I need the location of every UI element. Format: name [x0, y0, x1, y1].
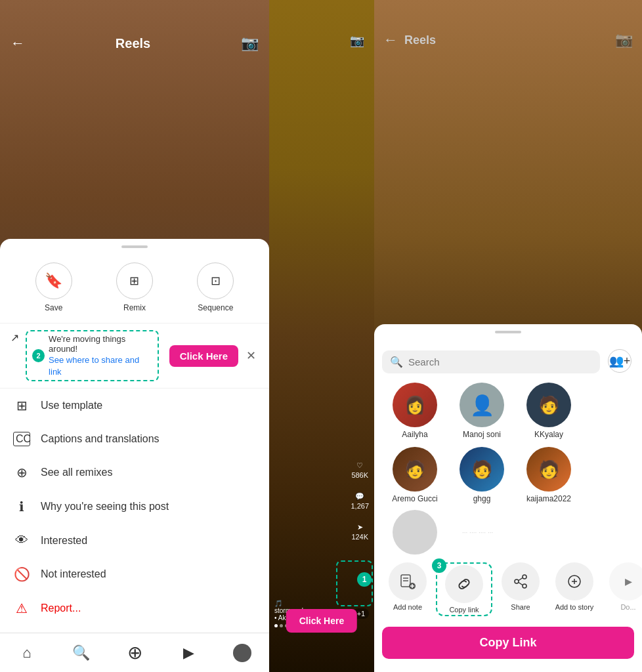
share-action-item[interactable]: Share — [495, 562, 546, 616]
search-bar[interactable]: 🔍 — [382, 350, 600, 373]
contact-aailyha[interactable]: 👩 Aailyha — [382, 383, 448, 439]
reels-title-left: Reels — [116, 36, 150, 51]
icons-row: 🔖 Save ⊞ Remix ⊡ Sequence — [0, 257, 269, 324]
reels-title-right: Reels — [404, 33, 609, 47]
comment-count: 1,267 — [351, 502, 369, 510]
not-interested-icon: 🚫 — [13, 566, 30, 582]
click-here-button-notification[interactable]: Click Here — [169, 345, 238, 367]
share-sheet: 🔍 👥+ 👩 Aailyha 👤 Manoj soni 🧑 KKyalay — [374, 324, 642, 672]
search-nav-button[interactable]: 🔍 — [65, 637, 96, 669]
reels-header-right: ← Reels 📷 — [374, 26, 642, 54]
step-badge-3: 3 — [432, 558, 446, 573]
camera-button-right[interactable]: 📷 — [615, 32, 633, 49]
copy-link-action[interactable]: Copy link — [439, 565, 490, 614]
remix-icon: ⊞ — [116, 262, 153, 299]
remix-label: Remix — [123, 303, 146, 312]
comment-action[interactable]: 💬 1,267 — [351, 491, 369, 510]
add-story-svg — [565, 572, 584, 591]
add-person-button[interactable]: 👥+ — [608, 349, 631, 373]
link-icon-svg — [455, 575, 473, 593]
comment-icon: 💬 — [355, 492, 364, 501]
close-notification-button[interactable]: ✕ — [244, 348, 259, 363]
contact-name-kaijama: kaijama2022 — [526, 494, 571, 503]
avatar-kaijama: 🧑 — [526, 447, 571, 492]
avatar-manoj: 👤 — [460, 383, 504, 427]
heart-icon: ♡ — [356, 461, 363, 470]
search-input[interactable] — [408, 356, 592, 368]
sequence-icon: ⊡ — [197, 262, 234, 299]
contact-kaijama[interactable]: 🧑 kaijama2022 — [516, 447, 582, 503]
home-nav-button[interactable]: ⌂ — [11, 637, 43, 669]
copy-link-dashed-box: 3 Copy link — [436, 562, 492, 616]
use-template-text: Use template — [41, 400, 102, 411]
not-interested-item[interactable]: 🚫 Not interested — [0, 557, 269, 591]
dashed-notification-box: 2 We're moving things around! See where … — [26, 330, 159, 381]
step-badge-1: 1 — [357, 572, 372, 587]
use-template-item[interactable]: ⊞ Use template — [0, 388, 269, 423]
report-item[interactable]: ⚠ Report... — [0, 591, 269, 625]
sequence-item[interactable]: ⊡ Sequence — [197, 262, 234, 312]
sheet-handle — [121, 245, 148, 248]
why-seeing-item[interactable]: ℹ Why you're seeing this post — [0, 490, 269, 524]
captions-item[interactable]: CC Captions and translations — [0, 423, 269, 455]
use-template-icon: ⊞ — [13, 398, 30, 413]
middle-header: 📷 — [269, 26, 374, 55]
middle-panel: ●○ ⚡ 🔔 313 5G 46l 🔋 📷 ♡ 586K 💬 1,267 ➤ 1… — [269, 0, 374, 672]
contacts-row-2: 🧑 Aremo Gucci 🧑 ghgg 🧑 kaijama2022 — [374, 443, 642, 507]
back-button-right[interactable]: ← — [383, 32, 398, 49]
share-action-icon — [502, 562, 540, 600]
contact-manoj[interactable]: 👤 Manoj soni — [449, 383, 515, 439]
share-actions-row: Add note 3 Copy link — [374, 557, 642, 621]
see-remixes-item[interactable]: ⊕ See all remixes — [0, 455, 269, 490]
contact-aremo[interactable]: 🧑 Aremo Gucci — [382, 447, 448, 503]
bottom-sheet-left: 🔖 Save ⊞ Remix ⊡ Sequence ↗ 2 — [0, 239, 269, 672]
interested-item[interactable]: 👁 Interested — [0, 524, 269, 557]
captions-text: Captions and translations — [41, 433, 160, 445]
not-interested-text: Not interested — [41, 568, 106, 580]
reels-nav-button[interactable]: ▶ — [173, 637, 204, 669]
bottom-nav-left: ⌂ 🔍 ⊕ ▶ — [0, 633, 269, 672]
svg-point-8 — [523, 584, 526, 588]
contact-partial-text: ··· ···· ···· ··· — [449, 510, 634, 555]
more-action-label: Do... — [620, 603, 635, 611]
add-to-story-label: Add to story — [555, 603, 594, 611]
remixes-text: See all remixes — [41, 467, 112, 478]
share-sheet-handle — [495, 331, 521, 333]
notification-link[interactable]: See where to share and link — [49, 355, 139, 377]
add-note-action[interactable]: Add note — [382, 562, 433, 616]
share-action[interactable]: ➤ 124K — [351, 522, 368, 541]
more-action-icon: ▸ — [609, 562, 642, 600]
click-here-button-middle[interactable]: Click Here — [286, 609, 357, 633]
contact-ghgg[interactable]: 🧑 ghgg — [449, 447, 515, 503]
copy-link-wrapper: 3 Copy link — [436, 562, 492, 616]
add-nav-button[interactable]: ⊕ — [119, 637, 150, 669]
more-action[interactable]: ▸ Do... — [603, 562, 642, 616]
sequence-label: Sequence — [198, 303, 233, 312]
share-icon-svg — [511, 572, 530, 591]
avatar-aremo: 🧑 — [393, 447, 437, 492]
copy-link-icon — [445, 565, 483, 603]
contact-name-aremo: Aremo Gucci — [392, 494, 437, 503]
save-item[interactable]: 🔖 Save — [35, 262, 72, 312]
camera-button-left[interactable]: 📷 — [241, 35, 259, 52]
save-label: Save — [45, 303, 62, 312]
profile-nav-button[interactable] — [226, 637, 258, 669]
like-action[interactable]: ♡ 586K — [351, 460, 368, 479]
svg-point-6 — [523, 575, 526, 579]
avatar-aailyha: 👩 — [393, 383, 437, 427]
camera-button-middle[interactable]: 📷 — [347, 30, 368, 51]
avatar-ghgg: 🧑 — [460, 447, 504, 492]
notification-banner: ↗ 2 We're moving things around! See wher… — [0, 324, 269, 388]
report-icon: ⚠ — [13, 600, 30, 616]
svg-line-9 — [519, 578, 523, 581]
notification-text-wrap: 2 We're moving things around! See where … — [26, 330, 259, 381]
interested-text: Interested — [41, 535, 87, 547]
back-button-left[interactable]: ← — [11, 35, 25, 52]
remixes-icon: ⊕ — [13, 465, 30, 480]
copy-link-bottom-button[interactable]: Copy Link — [382, 627, 634, 659]
reels-header-left: ← Reels 📷 — [0, 26, 269, 60]
contact-kkyalay[interactable]: 🧑 KKyalay — [516, 383, 582, 439]
svg-point-7 — [515, 579, 519, 583]
remix-item[interactable]: ⊞ Remix — [116, 262, 153, 312]
add-to-story-action[interactable]: Add to story — [549, 562, 600, 616]
